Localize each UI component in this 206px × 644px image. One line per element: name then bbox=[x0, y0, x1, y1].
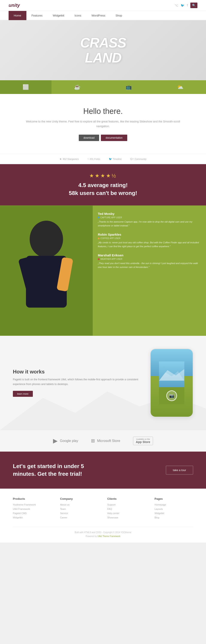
cta-text: Let's get started in under 5 minutes. Ge… bbox=[13, 462, 86, 478]
testimonial-2-role: COFFEE APP USER bbox=[98, 237, 199, 240]
footer-link-widgetkit-page[interactable]: Widgetkit bbox=[154, 512, 193, 514]
footer-link-career[interactable]: Career bbox=[60, 516, 99, 519]
search-icon[interactable]: 🔍 bbox=[190, 2, 197, 8]
icon-bar-camera[interactable]: ⬜ bbox=[0, 80, 52, 94]
testimonial-list: Ted Mosby CAPTURE APP USER „Thanks to th… bbox=[93, 206, 206, 336]
footer-clients-title: Clients bbox=[107, 497, 146, 500]
testimonials-section: Ted Mosby CAPTURE APP USER „Thanks to th… bbox=[0, 206, 206, 336]
header: unity ⌥ 🐦 f 🔍 bbox=[0, 0, 206, 11]
twitter-stat-icon: 🐦 bbox=[109, 158, 112, 160]
footer-link-showcase[interactable]: Showcase bbox=[107, 516, 146, 519]
icon-bar-coffee[interactable]: ☕ bbox=[52, 80, 103, 94]
icon-bar-tv[interactable]: 📺 bbox=[103, 80, 154, 94]
nav-widgetkit[interactable]: Widgetkit bbox=[48, 11, 69, 20]
microsoft-icon: ⊞ bbox=[91, 438, 95, 444]
footer-col-clients: Clients Support FAQ Help center Showcase bbox=[107, 497, 146, 520]
testimonial-image bbox=[0, 206, 93, 336]
svg-point-1 bbox=[30, 221, 63, 258]
rating-section: ★★★★½ 4.5 average rating! 58k users can'… bbox=[0, 164, 206, 206]
nav-wordpress[interactable]: WordPress bbox=[86, 11, 111, 20]
hero-text: CRASSLAND bbox=[80, 35, 126, 66]
hero-section: CRASSLAND bbox=[0, 20, 206, 80]
app-store-available: Available on the bbox=[136, 438, 150, 440]
microsoft-store-label: Microsoft Store bbox=[97, 439, 120, 443]
phone-screen: 📷 bbox=[151, 349, 193, 417]
footer-link-about[interactable]: About us bbox=[60, 504, 99, 506]
hello-title: Hello there. bbox=[26, 107, 180, 116]
twitter-icon[interactable]: 🐦 bbox=[181, 4, 184, 7]
role-dot-3 bbox=[98, 258, 99, 260]
stat-gplus: G+ Community bbox=[130, 158, 147, 160]
testimonial-2-name: Robin Sparkles bbox=[98, 233, 199, 236]
footer-link-layouts[interactable]: Layouts bbox=[154, 508, 193, 510]
hero-line1: CRASSLAND bbox=[80, 35, 126, 66]
testimonial-3-name: Marshall Eriksen bbox=[98, 254, 199, 257]
facebook-icon[interactable]: f bbox=[187, 4, 188, 7]
take-tour-button[interactable]: take a tour bbox=[166, 466, 193, 474]
footer: Products Yootheme Framework UIkit Framew… bbox=[0, 488, 206, 542]
stat-stargazers: ★ 462 Stargazers bbox=[59, 158, 79, 160]
footer-col-company: Company About us Team Service Career bbox=[60, 497, 99, 520]
google-play-badge[interactable]: ▶ Google play bbox=[53, 437, 78, 444]
nav-home[interactable]: Home bbox=[9, 11, 26, 20]
nav-features[interactable]: Features bbox=[26, 11, 48, 20]
hello-buttons: download documentation bbox=[26, 134, 180, 141]
documentation-button[interactable]: documentation bbox=[101, 134, 127, 141]
camera-icon: ⬜ bbox=[23, 84, 29, 90]
main-nav: Home Features Widgetkit Icons WordPress … bbox=[0, 11, 206, 20]
footer-link-yootheme[interactable]: Yootheme Framework bbox=[13, 504, 52, 506]
footer-link-help[interactable]: Help center bbox=[107, 512, 146, 514]
footer-link-pagekit[interactable]: Pagekit CMS bbox=[13, 512, 52, 514]
github-icon[interactable]: ⌥ bbox=[175, 4, 178, 7]
footer-company-title: Company bbox=[60, 497, 99, 500]
stat-forks-value: 431 Forks bbox=[90, 158, 100, 160]
rating-line2: 58k users can't be wrong! bbox=[9, 189, 197, 197]
footer-powered-link[interactable]: UIkit Theme Framework bbox=[98, 535, 121, 538]
stat-gplus-value: Community bbox=[135, 158, 147, 160]
hello-section: Hello there. Welcome to the new Unity th… bbox=[0, 94, 206, 154]
footer-link-support[interactable]: Support bbox=[107, 504, 146, 506]
download-button[interactable]: download bbox=[79, 134, 99, 141]
testimonial-2: Robin Sparkles COFFEE APP USER „My credo… bbox=[98, 233, 199, 248]
logo[interactable]: unity bbox=[9, 2, 20, 8]
icon-bar-weather[interactable]: ⛅ bbox=[154, 80, 206, 94]
nav-icons[interactable]: Icons bbox=[69, 11, 86, 20]
footer-link-faq[interactable]: FAQ bbox=[107, 508, 146, 510]
testimonial-3: Marshall Eriksen WEATHER APP USER „They … bbox=[98, 254, 199, 269]
testimonial-3-quote: „They read you don't need this umbrella … bbox=[98, 262, 199, 269]
cloud-sun-icon: ⛅ bbox=[177, 84, 183, 90]
rating-stars: ★★★★½ bbox=[9, 173, 197, 179]
footer-col-products: Products Yootheme Framework UIkit Framew… bbox=[13, 497, 52, 520]
app-store-badge[interactable]: Available on the App Store bbox=[133, 436, 153, 445]
footer-link-uikit[interactable]: UIkit Framework bbox=[13, 508, 52, 510]
stat-forks: ⑂ 431 Forks bbox=[87, 158, 100, 160]
footer-products-title: Products bbox=[13, 497, 52, 500]
footer-link-team[interactable]: Team bbox=[60, 508, 99, 510]
stat-twitter-value: Timeline bbox=[113, 158, 122, 160]
gplus-icon: G+ bbox=[130, 158, 134, 160]
role-dot-1 bbox=[98, 216, 99, 218]
footer-copyright: Built with HTML5 and CSS3 - Copyright © … bbox=[13, 530, 193, 534]
footer-link-widgetkit[interactable]: Widgetkit bbox=[13, 516, 52, 519]
app-store-label: App Store bbox=[136, 440, 150, 444]
testimonial-1: Ted Mosby CAPTURE APP USER „Thanks to th… bbox=[98, 212, 199, 228]
how-content: How it works Pagekit is built on the fro… bbox=[13, 369, 142, 397]
footer-link-homepage[interactable]: Homepage bbox=[154, 504, 193, 506]
footer-link-service[interactable]: Service bbox=[60, 512, 99, 514]
phone-mockup: 📷 bbox=[150, 349, 193, 417]
role-dot-2 bbox=[98, 238, 99, 239]
google-play-icon: ▶ bbox=[53, 437, 58, 444]
nav-shop[interactable]: Shop bbox=[111, 11, 127, 20]
google-play-label: Google play bbox=[60, 439, 78, 443]
hello-description: Welcome to the new Unity theme. Feel fre… bbox=[26, 119, 180, 129]
icon-bar: ⬜ ☕ 📺 ⛅ bbox=[0, 80, 206, 94]
learn-more-button[interactable]: learn more bbox=[13, 391, 33, 397]
star-icon: ★ bbox=[59, 158, 62, 160]
microsoft-store-badge[interactable]: ⊞ Microsoft Store bbox=[91, 438, 120, 444]
tv-icon: 📺 bbox=[126, 84, 132, 90]
testimonial-1-name: Ted Mosby bbox=[98, 212, 199, 216]
footer-link-blog[interactable]: Blog bbox=[154, 516, 193, 519]
stat-twitter: 🐦 Timeline bbox=[109, 158, 122, 160]
rating-line1: 4.5 average rating! bbox=[9, 181, 197, 189]
testimonial-3-role: WEATHER APP USER bbox=[98, 258, 199, 260]
